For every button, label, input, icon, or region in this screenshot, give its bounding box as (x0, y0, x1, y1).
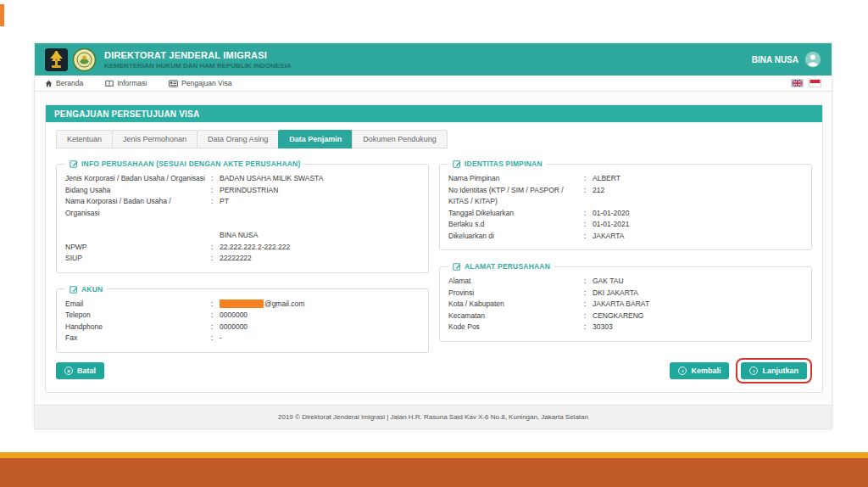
field-label: Handphone (65, 322, 211, 333)
field-row: Berlaku s.d : 01-01-2021 (448, 219, 803, 231)
field-label: Kecamatan (448, 311, 584, 322)
section-info-perusahaan: INFO PERUSAHAAN (SESUAI DENGAN AKTE PERU… (56, 160, 429, 273)
browser-screenshot: DIREKTORAT JENDERAL IMIGRASI KEMENTERIAN… (34, 42, 832, 429)
field-row: Nama Pimpinan : ALBERT (448, 173, 803, 185)
site-masthead: DIREKTORAT JENDERAL IMIGRASI KEMENTERIAN… (35, 43, 832, 76)
tab-ketentuan[interactable]: Ketentuan (56, 130, 113, 148)
kemenkumham-logo (45, 48, 68, 71)
action-button-row: × Batal ‹ Kembali › Lanjutkan (56, 358, 812, 383)
field-row: Alamat : GAK TAU (448, 276, 803, 288)
kembali-button[interactable]: ‹ Kembali (670, 362, 729, 379)
field-value: JAKARTA BARAT (593, 299, 803, 311)
field-row: Kota / Kabupaten : JAKARTA BARAT (448, 299, 803, 311)
nav-label: Pengajuan Visa (181, 79, 231, 87)
cancel-circle-icon: × (64, 367, 73, 375)
edit-icon (70, 160, 78, 168)
field-label: Nama Korporasi / Badan Usaha / Organisas… (65, 196, 211, 219)
field-row: Telepon : 0000000 (65, 310, 420, 322)
left-column: INFO PERUSAHAAN (SESUAI DENGAN AKTE PERU… (56, 160, 429, 365)
field-label: Nama Pimpinan (448, 173, 584, 185)
field-label: Alamat (448, 276, 584, 288)
field-value: ALBERT (593, 173, 803, 185)
nav-item-beranda[interactable]: Beranda (45, 79, 83, 87)
field-label (65, 230, 211, 242)
masthead-titles: DIREKTORAT JENDERAL IMIGRASI KEMENTERIAN… (104, 50, 752, 70)
section-legend: INFO PERUSAHAAN (SESUAI DENGAN AKTE PERU… (81, 160, 300, 168)
nav-item-pengajuan-visa[interactable]: Pengajuan Visa (169, 79, 231, 87)
wizard-tabs: Ketentuan Jenis Permohonan Data Orang As… (56, 130, 812, 148)
field-value: BINA NUSA (220, 230, 420, 242)
user-avatar-icon[interactable] (804, 51, 821, 68)
main-nav: Beranda Informasi Pengajuan Visa (35, 76, 832, 92)
field-label: No Identitas (KTP / SIM / PASPOR / KITAS… (448, 185, 584, 208)
tab-data-orang-asing[interactable]: Data Orang Asing (197, 130, 279, 148)
field-label: Bidang Usaha (65, 185, 211, 197)
section-legend: AKUN (81, 285, 103, 294)
book-icon (105, 80, 114, 87)
field-row: SIUP : 22222222 (65, 253, 420, 265)
field-row-email: Email : @gmail.com (65, 299, 420, 311)
account-area[interactable]: BINA NUSA (752, 51, 821, 68)
nav-item-informasi[interactable]: Informasi (105, 79, 147, 87)
footer-text: 2019 © Direktorat Jenderal Imigrasi | Ja… (278, 413, 588, 421)
field-row: Handphone : 0000000 (65, 322, 420, 333)
nav-label: Beranda (56, 79, 83, 87)
red-annotation-highlight: › Lanjutkan (736, 358, 812, 383)
account-name[interactable]: BINA NUSA (752, 55, 798, 64)
field-value: - (220, 333, 420, 344)
field-value: DKI JAKARTA (593, 288, 803, 299)
panel-body: Ketentuan Jenis Permohonan Data Orang As… (46, 122, 822, 392)
field-row: Tanggal Dikeluarkan : 01-01-2020 (448, 208, 803, 220)
field-label: Jenis Korporasi / Badan Usaha / Organisa… (65, 173, 211, 185)
field-value: 212 (593, 185, 803, 208)
field-row: Kode Pos : 30303 (448, 322, 803, 333)
tab-jenis-permohonan[interactable]: Jenis Permohonan (112, 130, 198, 148)
edit-icon (453, 160, 461, 168)
field-label: Fax (65, 333, 211, 344)
field-label: Email (65, 299, 211, 311)
home-icon (45, 80, 53, 87)
field-label: Berlaku s.d (448, 219, 584, 231)
field-value: 0000000 (220, 322, 420, 333)
field-row: Jenis Korporasi / Badan Usaha / Organisa… (65, 173, 420, 185)
uk-flag[interactable] (791, 79, 804, 87)
field-value: JAKARTA (593, 231, 803, 243)
field-label: Tanggal Dikeluarkan (448, 208, 584, 220)
field-value: 30303 (593, 322, 803, 333)
presentation-slide: DIREKTORAT JENDERAL IMIGRASI KEMENTERIAN… (0, 0, 868, 487)
nav-label: Informasi (117, 79, 147, 87)
visa-application-panel: PENGAJUAN PERSETUJUAN VISA Ketentuan Jen… (45, 104, 823, 393)
field-row: Fax : - (65, 333, 420, 344)
site-subtitle: KEMENTERIAN HUKUM DAN HAM REPUBLIK INDON… (104, 62, 752, 70)
field-label: Provinsi (448, 288, 584, 299)
redaction-block (220, 299, 264, 308)
field-row: Nama Korporasi / Badan Usaha / Organisas… (65, 196, 420, 219)
imigrasi-logo (72, 48, 97, 72)
page-content: PENGAJUAN PERSETUJUAN VISA Ketentuan Jen… (35, 92, 832, 405)
field-label: NPWP (65, 242, 211, 254)
tab-data-penjamin[interactable]: Data Penjamin (278, 130, 353, 148)
field-value: PERINDUSTRIAN (220, 185, 420, 197)
back-arrow-circle-icon: ‹ (678, 367, 687, 375)
slide-accent-line (0, 452, 868, 458)
panel-title: PENGAJUAN PERSETUJUAN VISA (46, 105, 822, 122)
indonesia-flag[interactable] (809, 79, 821, 87)
field-row: Kecamatan : CENGKARENG (448, 311, 803, 322)
card-icon (169, 80, 178, 87)
slide-corner-accent (0, 4, 4, 26)
next-arrow-circle-icon: › (749, 367, 758, 375)
lanjutkan-button[interactable]: › Lanjutkan (741, 362, 807, 379)
right-column: IDENTITAS PIMPINAN Nama Pimpinan : ALBER… (439, 160, 812, 365)
field-value: GAK TAU (593, 276, 803, 288)
site-title: DIREKTORAT JENDERAL IMIGRASI (104, 50, 752, 60)
section-legend: IDENTITAS PIMPINAN (465, 160, 542, 168)
edit-icon (70, 285, 78, 294)
language-switcher (791, 79, 821, 87)
field-row: Dikeluarkan di : JAKARTA (448, 231, 803, 243)
field-value: 22222222 (220, 253, 420, 265)
tab-dokumen-pendukung[interactable]: Dokumen Pendukung (352, 130, 448, 148)
batal-button[interactable]: × Batal (56, 362, 104, 379)
field-label: SIUP (65, 253, 211, 265)
section-legend: ALAMAT PERUSAHAAN (465, 262, 550, 271)
field-label: Telepon (65, 310, 211, 322)
